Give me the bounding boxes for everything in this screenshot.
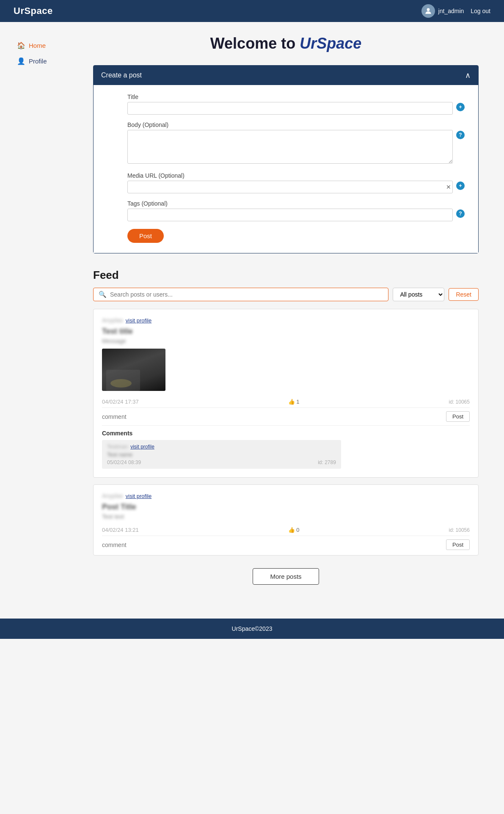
- sidebar-profile-label: Profile: [29, 58, 47, 65]
- body-info-btn[interactable]: ?: [456, 131, 465, 139]
- title-label: Title: [127, 94, 453, 100]
- visit-profile-link[interactable]: visit profile: [126, 317, 151, 324]
- username-label: jnt_admin: [438, 8, 464, 14]
- create-post-panel: Create a post ∧ Title + Body (Optional) …: [93, 65, 479, 253]
- header: UrSpace jnt_admin Log out: [0, 0, 504, 22]
- logo: UrSpace: [14, 6, 53, 16]
- post-id: id: 10065: [449, 399, 470, 405]
- collapse-button[interactable]: ∧: [465, 71, 471, 80]
- post-author-row: Anyplas visit profile: [102, 317, 470, 324]
- post-author-row: Anyplas visit profile: [102, 492, 470, 499]
- comments-section: Comments Testman visit profile Test name…: [102, 425, 470, 477]
- post-author-name: Anyplas: [102, 317, 123, 324]
- media-input[interactable]: [127, 181, 453, 193]
- profile-icon: 👤: [17, 57, 25, 65]
- visit-profile-link[interactable]: visit profile: [126, 493, 151, 499]
- filter-select[interactable]: All posts My posts Following: [393, 288, 444, 301]
- more-posts-button[interactable]: More posts: [253, 568, 319, 585]
- tags-info-btn[interactable]: ?: [456, 209, 465, 218]
- feed-controls: 🔍 All posts My posts Following Reset: [93, 288, 479, 301]
- body-label: Body (Optional): [127, 121, 453, 128]
- comments-title: Comments: [102, 430, 470, 437]
- comment-timestamp: 05/02/24 08:39: [107, 459, 141, 465]
- tags-input[interactable]: [127, 209, 453, 221]
- svg-point-0: [427, 8, 430, 11]
- post-message: Message: [102, 338, 470, 344]
- comment-post-btn[interactable]: Post: [446, 539, 470, 550]
- comment-visit-profile-link[interactable]: visit profile: [130, 444, 154, 450]
- post-timestamp: 04/02/24 17:37: [102, 399, 139, 405]
- avatar: [421, 4, 435, 18]
- media-field-group: Media URL (Optional) ✕ +: [127, 172, 453, 193]
- post-footer: 04/02/24 13:21 👍 0 id: 10056: [102, 524, 470, 536]
- media-label: Media URL (Optional): [127, 172, 453, 179]
- comment-author-row: Testman visit profile: [107, 443, 336, 450]
- create-post-button[interactable]: Post: [127, 229, 164, 243]
- reset-button[interactable]: Reset: [449, 288, 479, 301]
- comment-footer: 05/02/24 08:39 id: 2789: [107, 459, 336, 465]
- sidebar: 🏠 Home 👤 Profile: [17, 35, 85, 589]
- sidebar-item-home[interactable]: 🏠 Home: [17, 39, 85, 52]
- feed-title: Feed: [93, 269, 479, 282]
- post-title: Test title: [102, 327, 470, 336]
- tags-label: Tags (Optional): [127, 200, 453, 207]
- media-info-btn[interactable]: +: [456, 182, 465, 190]
- search-input[interactable]: [110, 291, 383, 298]
- search-icon: 🔍: [99, 291, 107, 298]
- comment-post-btn[interactable]: Post: [446, 411, 470, 422]
- header-right: jnt_admin Log out: [421, 4, 490, 18]
- post-likes[interactable]: 👍 1: [288, 399, 300, 405]
- post-author-name: Anyplas: [102, 492, 123, 499]
- create-post-body: Title + Body (Optional) ? Media URL (Opt…: [94, 85, 478, 253]
- feed-section: Feed 🔍 All posts My posts Following Rese…: [93, 269, 479, 585]
- footer: UrSpace©2023: [0, 619, 504, 639]
- post-card: Anyplas visit profile Post Title Test te…: [93, 484, 479, 556]
- logout-button[interactable]: Log out: [471, 8, 490, 14]
- post-likes[interactable]: 👍 0: [288, 527, 300, 533]
- comment-row: Post: [102, 536, 470, 555]
- post-image: [102, 349, 165, 391]
- comment-row: Post: [102, 407, 470, 425]
- body-field-group: Body (Optional) ?: [127, 121, 453, 165]
- tags-field-group: Tags (Optional) ?: [127, 200, 453, 221]
- avatar-icon: [424, 7, 432, 15]
- comment-text: Test name: [107, 451, 336, 458]
- post-title: Post Title: [102, 503, 470, 512]
- post-card: Anyplas visit profile Test title Message…: [93, 309, 479, 478]
- user-info: jnt_admin: [421, 4, 464, 18]
- comment-input[interactable]: [102, 542, 442, 548]
- post-id: id: 10056: [449, 527, 470, 533]
- comment-id: id: 2789: [318, 459, 336, 465]
- sidebar-home-label: Home: [29, 42, 46, 49]
- footer-label: UrSpace©2023: [232, 625, 273, 632]
- body-input[interactable]: [127, 130, 453, 164]
- title-info-btn[interactable]: +: [456, 103, 465, 111]
- post-message: Test text: [102, 513, 470, 520]
- create-post-header: Create a post ∧: [94, 66, 478, 85]
- main-content: Welcome to UrSpace Create a post ∧ Title…: [85, 35, 487, 589]
- home-icon: 🏠: [17, 41, 25, 50]
- title-field-group: Title +: [127, 94, 453, 115]
- comment-author: Testman: [107, 443, 128, 450]
- search-box: 🔍: [93, 288, 388, 301]
- post-timestamp: 04/02/24 13:21: [102, 527, 139, 533]
- sidebar-item-profile[interactable]: 👤 Profile: [17, 55, 85, 68]
- create-post-title: Create a post: [101, 72, 142, 79]
- media-clear-btn[interactable]: ✕: [446, 184, 451, 190]
- comment-card: Testman visit profile Test name 05/02/24…: [102, 440, 341, 469]
- welcome-title: Welcome to UrSpace: [93, 35, 479, 52]
- post-footer: 04/02/24 17:37 👍 1 id: 10065: [102, 396, 470, 407]
- title-input[interactable]: [127, 102, 453, 115]
- comment-input[interactable]: [102, 413, 442, 420]
